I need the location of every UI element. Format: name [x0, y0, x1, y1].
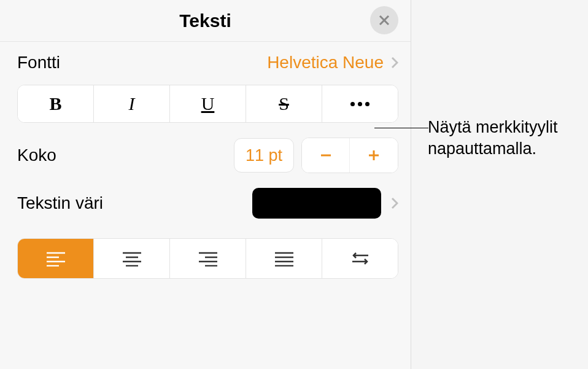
align-right-icon [198, 251, 219, 266]
italic-button[interactable]: I [94, 85, 170, 122]
size-row: Koko 11 pt [17, 138, 398, 173]
size-value[interactable]: 11 pt [234, 138, 294, 173]
chevron-right-icon [391, 197, 398, 209]
more-icon [350, 102, 369, 106]
size-stepper [301, 138, 398, 173]
align-right-button[interactable] [170, 239, 246, 278]
align-left-icon [45, 251, 66, 266]
callout-line [374, 128, 428, 128]
font-value-wrap: Helvetica Neue [267, 53, 398, 72]
align-button-group [17, 238, 398, 279]
text-color-label: Tekstin väri [17, 193, 103, 213]
font-row[interactable]: Fontti Helvetica Neue [17, 53, 398, 72]
text-color-controls [252, 188, 398, 219]
size-label: Koko [17, 146, 56, 165]
strikethrough-icon: S [279, 93, 289, 114]
text-direction-button[interactable] [322, 239, 398, 278]
plus-icon [366, 148, 381, 163]
font-value: Helvetica Neue [267, 53, 384, 72]
close-button[interactable] [370, 6, 398, 34]
text-color-swatch[interactable] [252, 188, 381, 219]
more-styles-button[interactable] [322, 85, 398, 122]
bold-button[interactable]: B [18, 85, 94, 122]
text-color-row[interactable]: Tekstin väri [17, 188, 398, 219]
italic-icon: I [129, 93, 135, 114]
close-icon [378, 14, 390, 26]
size-increase-button[interactable] [350, 138, 398, 173]
chevron-right-icon [391, 56, 398, 69]
panel-content: Fontti Helvetica Neue B I U S [0, 42, 411, 279]
callout-text: Näytä merkkityylit napauttamalla. [428, 117, 587, 160]
align-center-icon [122, 251, 142, 266]
minus-icon [319, 148, 333, 163]
text-panel: Teksti Fontti Helvetica Neue B I [0, 0, 411, 369]
underline-icon: U [201, 93, 215, 114]
align-center-button[interactable] [94, 239, 170, 278]
align-left-button[interactable] [18, 239, 94, 278]
size-controls: 11 pt [234, 138, 398, 173]
bold-icon: B [49, 93, 61, 114]
font-label: Fontti [17, 53, 60, 72]
align-justify-icon [274, 251, 295, 266]
panel-header: Teksti [0, 0, 411, 42]
underline-button[interactable]: U [170, 85, 246, 122]
panel-title: Teksti [179, 10, 231, 31]
size-decrease-button[interactable] [302, 138, 350, 173]
align-justify-button[interactable] [246, 239, 322, 278]
style-button-group: B I U S [17, 85, 398, 123]
strikethrough-button[interactable]: S [246, 85, 322, 122]
text-direction-icon [350, 251, 371, 266]
